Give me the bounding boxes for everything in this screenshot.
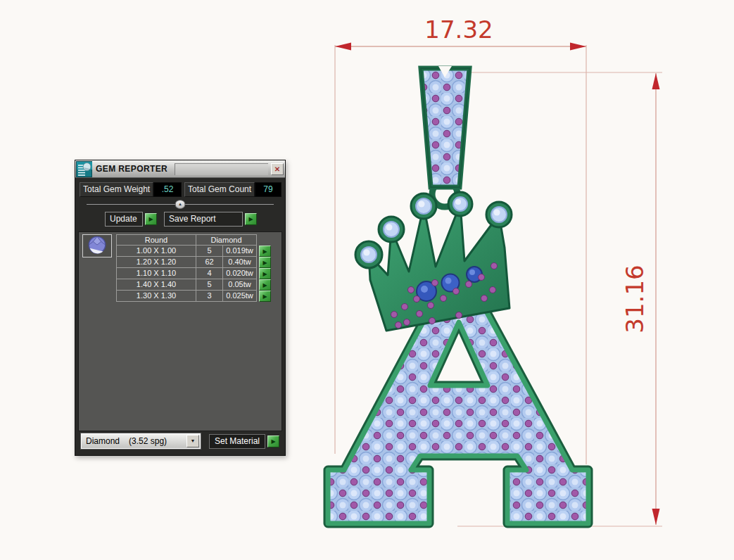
material-dropdown[interactable]: Diamond (3.52 spg) ▼ bbox=[81, 433, 201, 449]
collapse-arrow-icon[interactable]: ▲ bbox=[175, 200, 186, 209]
dimension-height: 31.16 bbox=[621, 73, 660, 525]
gem-size-cell: 1.00 X 1.00 bbox=[116, 246, 196, 257]
gem-weight-cell: 0.40tw bbox=[223, 257, 257, 268]
total-gem-weight-value: .52 bbox=[153, 182, 182, 197]
type-column-header: Diamond bbox=[196, 234, 257, 246]
gem-table-container: Round Diamond 1.00 X 1.00 5 0.019tw ▶ 1.… bbox=[78, 231, 282, 431]
save-report-button[interactable]: Save Report bbox=[164, 212, 243, 227]
total-gem-weight-label: Total Gem Weight bbox=[80, 182, 153, 197]
table-row: 1.10 X 1.10 4 0.020tw ▶ bbox=[116, 268, 281, 279]
save-report-run-icon[interactable]: ▶ bbox=[245, 213, 257, 225]
gem-size-cell: 1.20 X 1.20 bbox=[116, 257, 196, 268]
gem-weight-cell: 0.019tw bbox=[223, 246, 257, 257]
pendant-bail bbox=[421, 66, 469, 207]
update-button[interactable]: Update bbox=[105, 212, 143, 227]
totals-row: Total Gem Weight .52 Total Gem Count 79 bbox=[75, 178, 285, 199]
pendant-crown bbox=[355, 192, 512, 331]
gem-count-cell: 62 bbox=[196, 257, 223, 268]
panel-title: GEM REPORTER bbox=[96, 164, 167, 174]
row-run-icon[interactable]: ▶ bbox=[259, 279, 271, 291]
gem-size-cell: 1.10 X 1.10 bbox=[116, 268, 196, 279]
gem-weight-cell: 0.025tw bbox=[223, 291, 257, 302]
gem-shape-preview bbox=[82, 234, 112, 257]
gem-reporter-titlebar[interactable]: GEM REPORTER ✕ bbox=[75, 160, 285, 178]
material-dropdown-value: Diamond bbox=[82, 436, 120, 446]
gem-count-cell: 5 bbox=[196, 279, 223, 291]
dimension-width: 17.32 bbox=[335, 15, 586, 51]
close-icon[interactable]: ✕ bbox=[271, 163, 284, 175]
gem-table: Round Diamond 1.00 X 1.00 5 0.019tw ▶ 1.… bbox=[116, 234, 281, 302]
set-material-button[interactable]: Set Material bbox=[209, 434, 265, 449]
set-material-run-icon[interactable]: ▶ bbox=[267, 435, 279, 447]
total-gem-count-label: Total Gem Count bbox=[184, 182, 255, 197]
gem-count-cell: 3 bbox=[196, 291, 223, 302]
gem-reporter-panel: GEM REPORTER ✕ Total Gem Weight .52 Tota… bbox=[75, 160, 286, 456]
gem-count-cell: 4 bbox=[196, 268, 223, 279]
gem-count-cell: 5 bbox=[196, 246, 223, 257]
update-run-icon[interactable]: ▶ bbox=[145, 213, 157, 225]
gem-weight-cell: 0.020tw bbox=[223, 268, 257, 279]
chevron-down-icon[interactable]: ▼ bbox=[186, 435, 199, 447]
shape-column-header: Round bbox=[116, 234, 196, 246]
height-dimension-label: 31.16 bbox=[621, 265, 649, 333]
table-row: 1.40 X 1.40 5 0.05tw ▶ bbox=[116, 279, 281, 291]
material-density: (3.52 spg) bbox=[129, 436, 167, 446]
row-run-icon[interactable]: ▶ bbox=[259, 246, 271, 257]
actions-row: Update ▶ Save Report ▶ bbox=[75, 209, 285, 230]
row-run-icon[interactable]: ▶ bbox=[259, 268, 271, 279]
pendant-letter-a bbox=[328, 66, 588, 523]
gem-weight-cell: 0.05tw bbox=[223, 279, 257, 291]
gem-size-cell: 1.30 X 1.30 bbox=[116, 291, 196, 302]
gem-icon bbox=[83, 235, 111, 257]
table-row: 1.30 X 1.30 3 0.025tw ▶ bbox=[116, 291, 281, 302]
gem-size-cell: 1.40 X 1.40 bbox=[116, 279, 196, 291]
collapse-row: ▲ bbox=[87, 200, 274, 209]
titlebar-spacer bbox=[175, 163, 268, 175]
table-row: 1.00 X 1.00 5 0.019tw ▶ bbox=[116, 246, 281, 257]
material-row: Diamond (3.52 spg) ▼ Set Material ▶ bbox=[75, 431, 285, 455]
row-run-icon[interactable]: ▶ bbox=[259, 291, 271, 302]
table-header-row: Round Diamond bbox=[116, 234, 281, 246]
row-run-icon[interactable]: ▶ bbox=[259, 257, 271, 268]
width-dimension-label: 17.32 bbox=[424, 15, 493, 44]
table-row: 1.20 X 1.20 62 0.40tw ▶ bbox=[116, 257, 281, 268]
gem-reporter-icon bbox=[76, 161, 92, 177]
total-gem-count-value: 79 bbox=[255, 182, 281, 197]
